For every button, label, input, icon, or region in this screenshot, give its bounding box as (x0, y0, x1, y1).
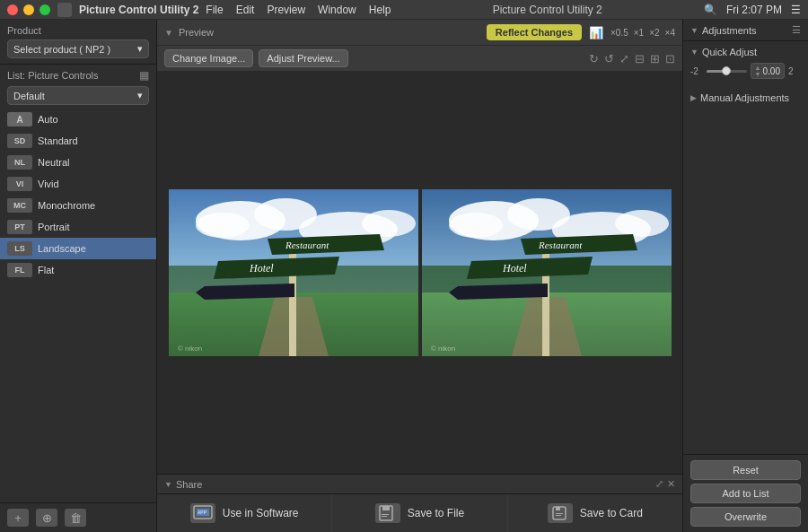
svg-rect-41 (556, 513, 563, 514)
item-name-neutral: Neutral (38, 157, 69, 168)
slider-arrows[interactable]: ▲ ▼ (755, 65, 761, 77)
quick-adjust-arrow: ▼ (690, 48, 698, 57)
product-value: Select product ( NP2 ) (13, 44, 110, 55)
minimize-button[interactable] (23, 4, 34, 15)
list-item-portrait[interactable]: PT Portrait (0, 216, 156, 238)
zoom-4x[interactable]: ×4 (665, 28, 675, 38)
slider-value-display: ▲ ▼ 0.00 (751, 63, 785, 79)
add-item-button[interactable]: + (7, 509, 29, 527)
share-close-icon[interactable]: ✕ (667, 478, 675, 490)
titlebar-menu: File Edit Preview Window Help (206, 4, 391, 16)
use-in-software-button[interactable]: APP Use in Software (157, 494, 332, 532)
zoom-half[interactable]: ×0.5 (610, 28, 628, 38)
share-label: Share (176, 479, 202, 490)
item-name-monochrome: Monochrome (38, 200, 95, 211)
grid-view-icon[interactable]: ⊞ (650, 52, 660, 65)
zoom-1x[interactable]: ×1 (634, 28, 644, 38)
list-item-flat[interactable]: FL Flat (0, 259, 156, 281)
adjustments-arrow: ▼ (690, 26, 698, 35)
preview-image-original: Restaurant Hotel © nikon (169, 189, 418, 356)
svg-text:© nikon: © nikon (178, 344, 202, 353)
left-panel: Product Select product ( NP2 ) ▾ List: P… (0, 20, 157, 532)
default-value: Default (13, 91, 45, 101)
app-name: Picture Control Utility 2 (79, 4, 198, 16)
share-expand-icon[interactable]: ⤢ (655, 478, 663, 490)
manual-adjustments-header[interactable]: ▶ Manual Adjustments (690, 92, 801, 103)
window-title: Picture Control Utility 2 (493, 4, 602, 16)
slider-down-arrow[interactable]: ▼ (755, 71, 761, 77)
badge-auto: A (7, 112, 32, 126)
change-image-button[interactable]: Change Image... (164, 49, 253, 67)
preview-image-processed: Restaurant Hotel © nikon (422, 189, 672, 356)
adjustments-menu-icon[interactable]: ☰ (792, 24, 801, 36)
copy-item-button[interactable]: ⊕ (36, 509, 57, 527)
save-to-file-button[interactable]: Save to File (332, 494, 507, 532)
svg-point-5 (362, 210, 416, 237)
item-name-landscape: Landscape (38, 243, 86, 254)
save-to-card-button[interactable]: Save to Card (508, 494, 682, 532)
maximize-button[interactable] (40, 4, 50, 15)
rotate-icon[interactable]: ↻ (589, 52, 599, 65)
adjustments-section: ▼ Adjustments ☰ (683, 20, 808, 41)
list-item-monochrome[interactable]: MC Monochrome (0, 195, 156, 216)
menu-preview[interactable]: Preview (267, 4, 305, 16)
menu-window[interactable]: Window (318, 4, 356, 16)
product-select[interactable]: Select product ( NP2 ) ▾ (7, 39, 149, 58)
list-item-vivid[interactable]: VI Vivid (0, 173, 156, 195)
refresh-icon[interactable]: ↺ (604, 52, 614, 65)
overwrite-button[interactable]: Overwrite (690, 507, 801, 527)
split-icon[interactable]: ⊟ (635, 52, 645, 65)
preview-label: Preview (179, 27, 214, 38)
list-item-neutral[interactable]: NL Neutral (0, 152, 156, 173)
adjustments-header[interactable]: ▼ Adjustments ☰ (690, 24, 801, 36)
collapse-arrow[interactable]: ▼ (164, 28, 173, 38)
slider-value: 0.00 (763, 66, 780, 76)
share-bar-left: ▼ Share (164, 479, 202, 490)
save-to-file-label: Save to File (408, 507, 464, 519)
chevron-down-icon-2: ▾ (137, 90, 143, 101)
default-select[interactable]: Default ▾ (7, 86, 149, 105)
close-button[interactable] (7, 4, 18, 15)
manual-adj-title: Manual Adjustments (700, 92, 789, 103)
list-header: List: Picture Controls ▦ (0, 65, 156, 86)
reflect-changes-button[interactable]: Reflect Changes (487, 24, 582, 40)
menu-file[interactable]: File (206, 4, 223, 16)
fit-icon[interactable]: ⤢ (619, 52, 629, 65)
reset-button[interactable]: Reset (690, 460, 801, 480)
quick-adjust-slider[interactable] (707, 70, 747, 73)
list-item-standard[interactable]: SD Standard (0, 130, 156, 152)
app-icon (57, 3, 72, 17)
grid-icon[interactable]: ▦ (139, 69, 149, 82)
menu-edit[interactable]: Edit (236, 4, 255, 16)
slider-up-arrow[interactable]: ▲ (755, 65, 761, 71)
svg-point-21 (615, 210, 669, 237)
svg-rect-36 (382, 506, 390, 510)
quick-adjust-header[interactable]: ▼ Quick Adjust (690, 47, 801, 57)
right-bottom-actions: Reset Add to List Overwrite (683, 454, 808, 532)
quick-adjust-section: ▼ Quick Adjust -2 ▲ ▼ 0.00 2 (683, 41, 808, 88)
svg-rect-40 (556, 507, 560, 510)
add-to-list-button[interactable]: Add to List (690, 484, 801, 503)
product-label: Product (7, 25, 149, 36)
slider-max-label: 2 (788, 66, 801, 76)
save-to-card-label: Save to Card (580, 507, 643, 519)
menu-icon[interactable]: ☰ (791, 4, 801, 16)
svg-rect-25 (542, 239, 549, 356)
side-by-side-icon[interactable]: ⊡ (665, 52, 675, 65)
left-bottom-toolbar: + ⊕ 🗑 (0, 502, 156, 532)
badge-sd: SD (7, 134, 32, 148)
search-icon[interactable]: 🔍 (704, 4, 717, 16)
share-collapse-arrow[interactable]: ▼ (164, 480, 172, 489)
list-item-auto[interactable]: A Auto (0, 109, 156, 130)
delete-item-button[interactable]: 🗑 (65, 509, 86, 527)
menu-help[interactable]: Help (369, 4, 391, 16)
list-item-landscape[interactable]: LS Landscape (0, 238, 156, 259)
adjust-preview-button[interactable]: Adjust Preview... (259, 49, 347, 67)
preview-images: Restaurant Hotel © nikon (169, 189, 672, 356)
share-buttons: APP Use in Software Save to File (157, 493, 682, 532)
histogram-icon[interactable]: 📊 (589, 26, 603, 39)
badge-pt: PT (7, 220, 32, 234)
preview-header: ▼ Preview Reflect Changes 📊 ×0.5 ×1 ×2 ×… (157, 20, 682, 46)
share-bar: ▼ Share ⤢ ✕ (157, 474, 682, 493)
zoom-2x[interactable]: ×2 (649, 28, 659, 38)
